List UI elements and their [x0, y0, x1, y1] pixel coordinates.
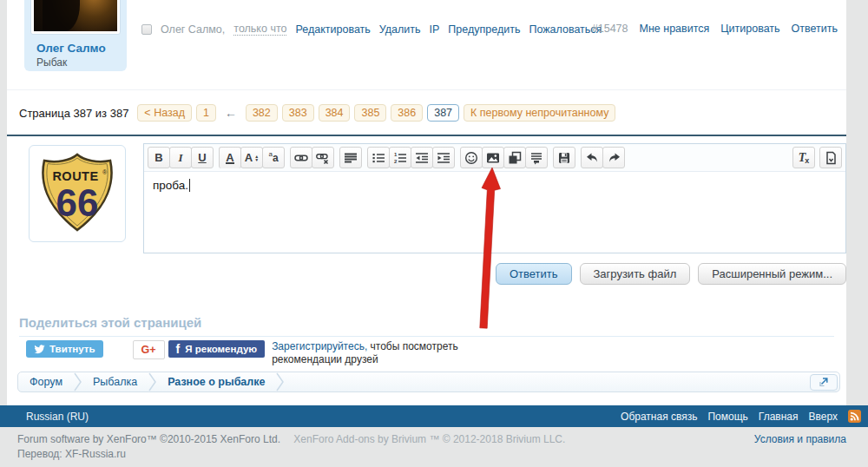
post-action-edit[interactable]: Редактировать: [295, 23, 370, 36]
svg-text:®: ®: [102, 169, 108, 175]
insert-image-button[interactable]: [482, 147, 504, 168]
insert-quote-button[interactable]: [525, 147, 548, 168]
post-action-delete[interactable]: Удалить: [379, 23, 421, 36]
post-action-report[interactable]: Пожаловаться: [529, 23, 602, 36]
text-cursor: [189, 179, 190, 192]
unlink-button[interactable]: [312, 147, 334, 168]
quick-reply-editor: B I U A A ▲▼ a a: [143, 143, 846, 253]
copyright-area: Forum software by XenForo™ ©2010-2015 Xe…: [0, 427, 868, 467]
pagination: Страница 387 из 387 < Назад 1 ← 382 383 …: [19, 104, 615, 122]
redo-icon: [607, 151, 621, 165]
facebook-recommend-button[interactable]: f Я рекомендую: [168, 340, 266, 358]
facebook-f-icon: f: [176, 345, 181, 353]
chevron-right-icon: [74, 372, 82, 391]
page-counter-label: Страница 387 из 387: [19, 107, 128, 120]
advanced-mode-button[interactable]: Расширенный режим...: [698, 263, 846, 285]
post-timestamp[interactable]: только что: [233, 23, 286, 36]
alignment-button[interactable]: [339, 147, 362, 168]
post-action-ip[interactable]: IP: [430, 23, 440, 36]
register-link[interactable]: Зарегистрируйтесь,: [272, 340, 367, 352]
reply-submit-button[interactable]: Ответить: [496, 263, 572, 285]
share-page-title: Поделиться этой страницей: [19, 315, 834, 337]
save-draft-button[interactable]: [553, 147, 575, 168]
undo-button[interactable]: [581, 147, 603, 168]
footer-top-link[interactable]: Вверх: [809, 411, 838, 423]
terms-link[interactable]: Условия и правила: [754, 433, 846, 445]
author-name-link[interactable]: Олег Салмо: [36, 42, 106, 55]
pagination-current-page[interactable]: 387: [427, 104, 459, 122]
tweet-button[interactable]: Твитнуть: [26, 340, 103, 358]
pagination-page-383[interactable]: 383: [282, 104, 314, 122]
pagination-page-384[interactable]: 384: [319, 104, 351, 122]
brivium-copyright[interactable]: XenForo Add-ons by Brivium ™ © 2012-2018…: [293, 433, 565, 445]
post-like-link[interactable]: Мне нравится: [640, 23, 710, 35]
svg-text:66: 66: [56, 181, 99, 224]
underline-button[interactable]: U: [191, 147, 214, 168]
unlink-icon: [316, 151, 330, 165]
indent-icon: [437, 151, 450, 165]
format-group: B I U: [148, 147, 214, 168]
external-arrow-icon: [819, 377, 829, 387]
remove-formatting-button[interactable]: T x: [792, 147, 815, 168]
post-quote-link[interactable]: Цитировать: [720, 23, 779, 35]
rss-icon[interactable]: [848, 410, 861, 423]
floppy-disk-icon: [557, 151, 571, 165]
post-reply-link[interactable]: Ответить: [792, 23, 838, 35]
copyright-line-1: Forum software by XenForo™ ©2010-2015 Xe…: [17, 433, 565, 445]
font-family-button[interactable]: a a: [262, 147, 285, 168]
upload-file-button[interactable]: Загрузить файл: [580, 263, 691, 285]
google-plus-button[interactable]: G+: [133, 340, 165, 359]
numbered-list-icon: 1 2: [393, 151, 407, 165]
pagination-page-386[interactable]: 386: [391, 104, 423, 122]
text-color-button[interactable]: A: [219, 147, 241, 168]
xenforo-copyright[interactable]: Forum software by XenForo™ ©2010-2015 Xe…: [17, 433, 280, 445]
pagination-back-button[interactable]: < Назад: [137, 104, 192, 122]
post-byline: Олег Салмо,: [161, 23, 225, 36]
current-user-avatar[interactable]: ROUTE ® 66: [29, 145, 126, 242]
font-size-icon: A: [245, 151, 253, 164]
text-color-icon: A: [226, 153, 233, 164]
italic-button[interactable]: I: [169, 147, 192, 168]
smilies-button[interactable]: [460, 147, 483, 168]
jump-to-unread-button[interactable]: К первому непрочитанному: [464, 104, 615, 122]
register-hint: Зарегистрируйтесь, чтобы посмотреть реко…: [272, 340, 513, 366]
post-action-warn[interactable]: Предупредить: [448, 23, 520, 36]
reply-text: проба.: [153, 179, 188, 192]
insert-media-button[interactable]: [503, 147, 526, 168]
post-select-checkbox[interactable]: [141, 24, 152, 35]
insert-link-button[interactable]: [290, 147, 312, 168]
outdent-button[interactable]: [411, 147, 433, 168]
align-group: [339, 147, 362, 168]
footer-home-link[interactable]: Главная: [759, 411, 799, 423]
language-chooser[interactable]: Russian (RU): [26, 411, 89, 423]
indent-button[interactable]: [432, 147, 455, 168]
breadcrumb-fishing[interactable]: Рыбалка: [82, 376, 148, 388]
font-size-button[interactable]: A ▲▼: [240, 147, 263, 168]
translation-credit[interactable]: Перевод: XF-Russia.ru: [17, 448, 126, 460]
unordered-list-button[interactable]: [367, 147, 390, 168]
post-number[interactable]: #15478: [592, 23, 628, 35]
quote-icon: [529, 151, 543, 165]
footer-contact-link[interactable]: Обратная связь: [621, 411, 697, 423]
ordered-list-button[interactable]: 1 2: [389, 147, 411, 168]
pagination-page-382[interactable]: 382: [246, 104, 278, 122]
bold-button[interactable]: B: [148, 147, 170, 168]
breadcrumb-forum[interactable]: Форум: [18, 376, 74, 388]
history-group: [581, 147, 625, 168]
pagination-page-1[interactable]: 1: [196, 104, 216, 122]
toggle-bbcode-button[interactable]: [819, 147, 842, 168]
smiley-icon: [464, 151, 478, 165]
font-group: A A ▲▼ a a: [219, 147, 285, 168]
reply-text-area[interactable]: проба.: [144, 172, 845, 199]
redo-button[interactable]: [602, 147, 625, 168]
bullet-list-icon: [372, 151, 385, 165]
author-avatar[interactable]: [30, 0, 121, 35]
social-share-row: Твитнуть G+ f Я рекомендую Зарегистрируй…: [26, 340, 513, 366]
post-divider: [7, 89, 846, 90]
pagination-page-385[interactable]: 385: [354, 104, 386, 122]
footer-help-link[interactable]: Помощь: [707, 411, 747, 423]
quick-navigation-button[interactable]: [810, 374, 838, 391]
svg-text:1: 1: [394, 152, 398, 157]
breadcrumb-current[interactable]: Разное о рыбалке: [156, 376, 276, 388]
forum-page: Олег Салмо Рыбак Олег Салмо, только что …: [0, 0, 868, 467]
